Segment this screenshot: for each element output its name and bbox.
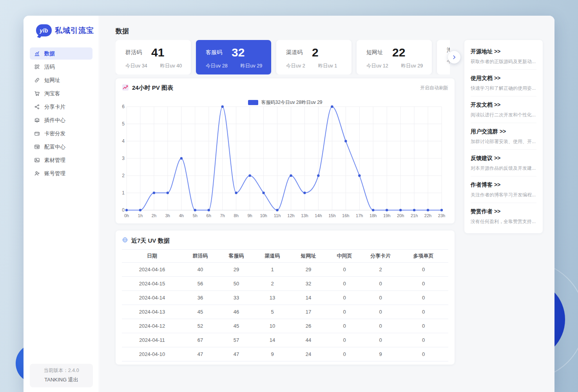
svg-text:22h: 22h — [424, 213, 431, 218]
table-col-header: 中间页 — [326, 250, 362, 263]
sidebar-item-shopping-cart[interactable]: 淘宝客 — [30, 87, 92, 100]
table-cell: 2024-04-13 — [122, 305, 182, 319]
svg-text:1: 1 — [122, 190, 125, 196]
svg-text:20h: 20h — [397, 213, 404, 218]
table-cell: 56 — [182, 277, 218, 291]
sidebar-item-settings-panel[interactable]: 配置中心 — [30, 141, 92, 153]
svg-text:6h: 6h — [207, 213, 211, 218]
table-col-header: 日期 — [122, 250, 182, 263]
stat-card-3[interactable]: 渠道码2今日uv 2昨日uv 1 — [276, 40, 352, 74]
stat-card-stats: 今日uv 12昨日uv 29 — [366, 63, 432, 69]
table-cell: 0 — [326, 277, 362, 291]
sidebar-nav: 数据活码短网址淘宝客分享卡片插件中心卡密分发配置中心素材管理账号管理 — [24, 47, 99, 180]
svg-text:7h: 7h — [220, 213, 225, 218]
sidebar-item-label: 配置中心 — [44, 143, 65, 151]
link-description: 快速学习和了解正确的使用姿... — [471, 85, 536, 92]
link-item-5[interactable]: 反馈建议 >>对本开源作品的反馈及开发建... — [471, 150, 536, 176]
link-item-1[interactable]: 开源地址 >>获取作者的正版源码及更新动... — [471, 43, 536, 70]
layers-icon — [34, 117, 40, 123]
table-cell: 32 — [290, 277, 326, 291]
uv-table: 日期群活码客服码渠道码短网址中间页分享卡片多项单页 2024-04-164029… — [122, 249, 448, 361]
table-cell: 2024-04-16 — [122, 263, 182, 277]
brand-name: 私域引流宝 — [55, 25, 94, 36]
table-col-header: 分享卡片 — [362, 250, 399, 263]
link-icon — [34, 77, 40, 83]
table-cell: 26 — [290, 319, 326, 333]
svg-text:6: 6 — [122, 104, 125, 109]
table-cell: 0 — [399, 319, 448, 333]
stat-card-4[interactable]: 短网址22今日uv 12昨日uv 29 — [357, 40, 432, 74]
table-cell: 0 — [362, 305, 399, 319]
link-item-4[interactable]: 用户交流群 >>加群讨论部署安装、使用、开... — [471, 123, 536, 150]
sidebar-item-bar-chart[interactable]: 数据 — [30, 47, 92, 60]
pv-chart-header: 24小时 PV 图表 开启自动刷新 — [116, 78, 455, 92]
table-cell: 44 — [290, 333, 326, 347]
svg-text:9h: 9h — [247, 213, 252, 218]
page-title: 数据 — [116, 27, 129, 36]
link-description: 加群讨论部署安装、使用、开... — [471, 138, 536, 145]
sidebar-item-label: 分享卡片 — [44, 103, 65, 111]
chevron-right-icon — [451, 54, 457, 60]
sidebar-item-link[interactable]: 短网址 — [30, 74, 92, 86]
link-title: 开源地址 >> — [471, 48, 536, 55]
table-cell: 0 — [326, 333, 362, 347]
logout-button[interactable]: TANKING 退出 — [30, 376, 93, 383]
stat-card-stats: 今日uv 2昨日uv 1 — [286, 63, 352, 69]
table-col-header: 群活码 — [182, 250, 218, 263]
stat-card-label: 渠道码 — [286, 49, 303, 56]
sidebar-item-label: 数据 — [44, 50, 55, 57]
stat-today-uv: 今日uv 34 — [125, 63, 147, 69]
table-cell: 2 — [254, 277, 290, 291]
version-box: 当前版本：2.4.0 TANKING 退出 — [30, 364, 93, 387]
sidebar-item-wallet[interactable]: 卡密分发 — [30, 127, 92, 140]
settings-panel-icon — [34, 144, 40, 150]
stat-today-uv: 今日uv 2 — [286, 63, 305, 69]
brand-logo-icon: ylb — [36, 24, 52, 36]
svg-text:14h: 14h — [315, 213, 322, 218]
stat-card-1[interactable]: 群活码41今日uv 34昨日uv 40 — [116, 40, 191, 74]
table-cell: 0 — [399, 291, 448, 305]
table-cell: 52 — [182, 319, 218, 333]
stat-card-value: 41 — [151, 47, 164, 58]
svg-text:10h: 10h — [260, 213, 267, 218]
svg-text:4h: 4h — [179, 213, 184, 218]
sidebar-item-user-plus[interactable]: 账号管理 — [30, 167, 92, 180]
auto-refresh-toggle[interactable]: 开启自动刷新 — [420, 85, 448, 91]
table-cell: 13 — [254, 291, 290, 305]
sidebar-item-label: 卡密分发 — [44, 130, 65, 137]
table-cell: 29 — [218, 263, 254, 277]
table-cell: 14 — [254, 333, 290, 347]
table-cell: 0 — [326, 347, 362, 361]
link-item-7[interactable]: 赞赏作者 >>没有任何盈利，全靠赞赏支持... — [471, 203, 536, 229]
link-item-2[interactable]: 使用文档 >>快速学习和了解正确的使用姿... — [471, 70, 536, 96]
bar-chart-icon — [34, 51, 40, 56]
uv-table-card: 近7天 UV 数据 日期群活码客服码渠道码短网址中间页分享卡片多项单页 2024… — [116, 230, 455, 365]
sidebar-item-layers[interactable]: 插件中心 — [30, 114, 92, 126]
link-title: 使用文档 >> — [471, 75, 536, 82]
svg-text:11h: 11h — [274, 213, 281, 218]
table-cell: 47 — [182, 347, 218, 361]
uv-table-title: 近7天 UV 数据 — [131, 237, 170, 245]
svg-text:12h: 12h — [287, 213, 294, 218]
link-title: 反馈建议 >> — [471, 155, 536, 162]
stat-card-top: 渠道码2 — [286, 47, 352, 58]
svg-text:16h: 16h — [342, 213, 349, 218]
sidebar-item-label: 淘宝客 — [44, 90, 60, 97]
link-item-3[interactable]: 开发文档 >>阅读以进行二次开发和个性化... — [471, 96, 536, 123]
carousel-next-button[interactable] — [448, 51, 460, 64]
stat-card-2[interactable]: 客服码32今日uv 28昨日uv 29 — [196, 40, 271, 74]
table-cell: 24 — [290, 347, 326, 361]
table-cell: 5 — [254, 305, 290, 319]
table-cell: 0 — [326, 263, 362, 277]
table-cell: 0 — [326, 305, 362, 319]
sidebar-item-image[interactable]: 素材管理 — [30, 154, 92, 166]
table-col-header: 多项单页 — [399, 250, 448, 263]
shopping-cart-icon — [34, 91, 40, 96]
table-cell: 0 — [326, 319, 362, 333]
stat-card-label: 群活码 — [125, 49, 142, 56]
sidebar-item-share[interactable]: 分享卡片 — [30, 101, 92, 113]
sidebar-item-qr-code[interactable]: 活码 — [30, 61, 92, 73]
link-item-6[interactable]: 作者博客 >>关注作者的博客学习开发编程... — [471, 176, 536, 203]
stat-yesterday-uv: 昨日uv 40 — [160, 63, 182, 69]
table-row: 2024-04-1252451026000 — [122, 319, 448, 333]
